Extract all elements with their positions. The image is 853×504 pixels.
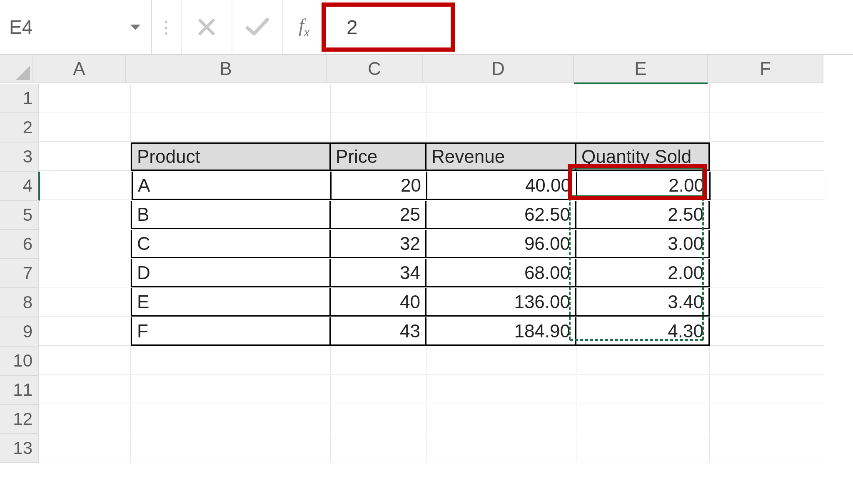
column-header-f[interactable]: F	[708, 55, 823, 83]
row-header-6[interactable]: 6	[0, 230, 39, 259]
cell-f1[interactable]	[710, 84, 824, 112]
cell-b8[interactable]: E	[131, 288, 331, 317]
row-header-13[interactable]: 13	[0, 434, 39, 463]
row-header-5[interactable]: 5	[0, 201, 39, 230]
cell-c10[interactable]	[331, 347, 426, 375]
cell-b1[interactable]	[131, 84, 331, 112]
cell-e12[interactable]	[576, 405, 710, 433]
cell-a3[interactable]	[39, 142, 131, 171]
cell-d10[interactable]	[426, 347, 576, 375]
cell-f2[interactable]	[710, 113, 824, 142]
cell-b10[interactable]	[131, 347, 331, 375]
cell-f4[interactable]	[711, 172, 825, 200]
cell-c2[interactable]	[331, 113, 426, 142]
insert-function-button[interactable]: fx	[283, 0, 326, 54]
cell-b2[interactable]	[131, 113, 331, 142]
cell-c3[interactable]: Price	[331, 142, 426, 171]
cell-e10[interactable]	[576, 347, 710, 375]
cell-d4[interactable]: 40.00	[427, 172, 577, 200]
cancel-button[interactable]	[182, 0, 232, 54]
cell-d2[interactable]	[426, 113, 576, 142]
cell-c7[interactable]: 34	[331, 259, 426, 287]
row-header-12[interactable]: 12	[0, 405, 39, 434]
row-header-3[interactable]: 3	[0, 142, 39, 172]
cell-b3[interactable]: Product	[131, 142, 331, 171]
cell-f10[interactable]	[710, 347, 824, 375]
cell-d7[interactable]: 68.00	[426, 259, 576, 287]
cell-f13[interactable]	[710, 434, 824, 462]
cell-c9[interactable]: 43	[331, 317, 426, 346]
cell-a8[interactable]	[39, 288, 131, 317]
column-header-a[interactable]: A	[33, 55, 126, 83]
cell-f12[interactable]	[710, 405, 824, 433]
cell-e13[interactable]	[576, 434, 710, 462]
row-header-7[interactable]: 7	[0, 259, 39, 288]
cell-c5[interactable]: 25	[331, 201, 426, 229]
cell-d9[interactable]: 184.90	[426, 317, 576, 346]
cell-c13[interactable]	[331, 434, 426, 462]
cell-a2[interactable]	[39, 113, 131, 142]
cell-a10[interactable]	[39, 347, 131, 375]
worksheet[interactable]: A B C D E F 1 2 3 Product Price Revenue …	[0, 55, 853, 504]
cell-f11[interactable]	[710, 376, 824, 404]
column-header-b[interactable]: B	[126, 55, 327, 83]
cell-a12[interactable]	[39, 405, 131, 433]
row-header-4[interactable]: 4	[0, 172, 40, 201]
row-header-2[interactable]: 2	[0, 113, 39, 142]
cell-b12[interactable]	[131, 405, 331, 433]
cell-a5[interactable]	[39, 201, 131, 229]
cell-d5[interactable]: 62.50	[426, 201, 576, 229]
cell-f6[interactable]	[710, 230, 824, 258]
cell-b11[interactable]	[131, 376, 331, 404]
cell-c6[interactable]: 32	[331, 230, 426, 258]
cell-f7[interactable]	[710, 259, 824, 287]
cell-d11[interactable]	[426, 376, 576, 404]
cell-a6[interactable]	[39, 230, 131, 258]
cell-f3[interactable]	[710, 142, 824, 171]
cell-a11[interactable]	[39, 376, 131, 404]
cell-b6[interactable]: C	[131, 230, 331, 258]
cell-d6[interactable]: 96.00	[426, 230, 576, 258]
cell-a7[interactable]	[39, 259, 131, 287]
cell-e5[interactable]: 2.50	[576, 201, 710, 229]
row-header-8[interactable]: 8	[0, 288, 39, 317]
row-header-1[interactable]: 1	[0, 84, 39, 113]
cell-c11[interactable]	[331, 376, 426, 404]
column-header-e[interactable]: E	[574, 55, 708, 84]
cell-e8[interactable]: 3.40	[576, 288, 710, 317]
cell-c12[interactable]	[331, 405, 426, 433]
cell-c4[interactable]: 20	[332, 172, 427, 200]
cell-a13[interactable]	[39, 434, 131, 462]
cell-e9[interactable]: 4.30	[576, 317, 710, 346]
cell-f9[interactable]	[710, 317, 824, 346]
row-header-9[interactable]: 9	[0, 317, 39, 347]
cell-d8[interactable]: 136.00	[426, 288, 576, 317]
cell-e11[interactable]	[576, 376, 710, 404]
cell-e6[interactable]: 3.00	[576, 230, 710, 258]
cell-b4[interactable]: A	[132, 172, 332, 200]
cell-e2[interactable]	[576, 113, 710, 142]
cell-f8[interactable]	[710, 288, 824, 317]
cell-d1[interactable]	[426, 84, 576, 112]
cell-b5[interactable]: B	[131, 201, 331, 229]
name-box-dropdown-icon[interactable]	[129, 23, 142, 31]
cell-a1[interactable]	[39, 84, 131, 112]
cell-b7[interactable]: D	[131, 259, 331, 287]
column-header-d[interactable]: D	[423, 55, 574, 83]
row-header-11[interactable]: 11	[0, 376, 39, 405]
cell-c1[interactable]	[331, 84, 426, 112]
cell-b13[interactable]	[131, 434, 331, 462]
formula-input[interactable]: 2	[326, 0, 853, 54]
cell-e7[interactable]: 2.00	[576, 259, 710, 287]
cell-d3[interactable]: Revenue	[426, 142, 576, 171]
enter-button[interactable]	[232, 0, 283, 54]
cell-b9[interactable]: F	[131, 317, 331, 346]
row-header-10[interactable]: 10	[0, 347, 39, 376]
cell-f5[interactable]	[710, 201, 824, 229]
cell-c8[interactable]: 40	[331, 288, 426, 317]
cell-a9[interactable]	[39, 317, 131, 346]
select-all-corner[interactable]	[0, 55, 33, 83]
cell-e1[interactable]	[576, 84, 710, 112]
name-box[interactable]: E4	[0, 0, 152, 54]
cell-a4[interactable]	[40, 172, 132, 200]
